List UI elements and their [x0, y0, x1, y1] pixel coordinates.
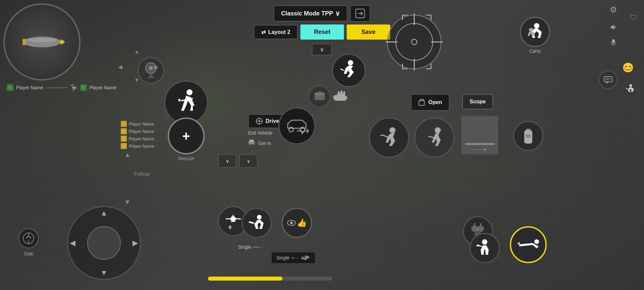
- volume-button[interactable]: [610, 23, 617, 33]
- svg-rect-49: [612, 39, 615, 43]
- mode-label: Classic Mode TPP: [281, 10, 333, 17]
- team-num-2: 2: [121, 128, 127, 134]
- joystick-arrow-down: ▼: [100, 269, 108, 277]
- svg-point-9: [186, 89, 193, 95]
- svg-rect-71: [477, 245, 479, 246]
- pin-right-arrow[interactable]: ▶: [154, 64, 158, 70]
- weapon-bar: [465, 143, 494, 145]
- svg-point-69: [482, 239, 487, 245]
- svg-point-63: [435, 127, 441, 133]
- svg-point-40: [257, 215, 262, 220]
- single-label-row-1: Single ━━→: [238, 244, 263, 250]
- stand-shooter-button[interactable]: [470, 233, 500, 263]
- svg-line-19: [340, 69, 344, 70]
- svg-rect-59: [419, 101, 424, 105]
- player-name-2: Player Name: [90, 85, 117, 90]
- team-player-4: Player Name: [129, 144, 154, 149]
- drive-label: Drive: [266, 118, 279, 124]
- side-icon: [18, 228, 39, 248]
- joystick-arrow-right: ▶: [132, 239, 138, 247]
- svg-line-58: [626, 88, 628, 89]
- shoot-prone-figure-button[interactable]: [414, 117, 454, 158]
- svg-point-3: [27, 38, 57, 42]
- svg-marker-66: [485, 148, 486, 151]
- progress-bar: [208, 277, 332, 281]
- layout-label: Layout 2: [268, 29, 290, 35]
- svg-point-42: [290, 222, 293, 224]
- settings-button[interactable]: ⚙: [610, 5, 617, 14]
- scope-button[interactable]: Scope: [462, 94, 493, 109]
- player-name-1: Player Name: [16, 85, 43, 90]
- pin-left-arrow[interactable]: ◀: [118, 64, 122, 70]
- run-action-button[interactable]: [332, 54, 366, 87]
- svg-text:0: 0: [229, 225, 231, 230]
- joystick-area[interactable]: ◀ ▶ ▲ ▼: [67, 206, 141, 280]
- small-chevron-left[interactable]: ∨: [218, 154, 236, 168]
- joystick-inner[interactable]: [87, 226, 121, 260]
- reset-button[interactable]: Reset: [300, 25, 344, 40]
- single-button[interactable]: [241, 208, 272, 238]
- team-num-1: 1: [121, 121, 127, 127]
- prone-button[interactable]: [510, 226, 547, 263]
- joystick-outer[interactable]: ◀ ▶ ▲ ▼: [67, 206, 141, 280]
- exit-vehicle-label: Exit Vehicle: [248, 130, 272, 136]
- emoji-button[interactable]: 😊: [622, 62, 634, 73]
- team-num-3: 3: [121, 136, 127, 142]
- svg-line-61: [382, 135, 387, 137]
- open-button[interactable]: Open: [411, 94, 449, 111]
- rescue-button[interactable]: + Rescue: [168, 117, 205, 161]
- svg-rect-54: [604, 77, 612, 82]
- run-right-button[interactable]: [625, 84, 634, 96]
- crosshair-aim[interactable]: [382, 10, 446, 74]
- single-label-row-2: Single ━→: [272, 252, 315, 263]
- svg-point-30: [249, 143, 251, 145]
- small-chevron-right[interactable]: ∨: [239, 154, 258, 168]
- pin-up-arrow[interactable]: ▲: [134, 49, 140, 55]
- svg-point-72: [534, 239, 539, 244]
- shoot-standing-button[interactable]: [369, 117, 409, 158]
- joystick-arrow-up: ▲: [100, 209, 108, 218]
- shield-button[interactable]: 🛡: [630, 13, 637, 22]
- layout-swap-icon: ⇄: [261, 29, 266, 35]
- svg-point-2: [22, 39, 26, 45]
- location-pin-button[interactable]: [138, 57, 164, 84]
- side-label: Side: [24, 251, 33, 256]
- svg-rect-22: [318, 92, 321, 94]
- carry-button[interactable]: Carry: [520, 17, 550, 54]
- team-list: 1 Player Name 2 Player Name 3 Player Nam…: [121, 121, 154, 149]
- side-control[interactable]: Side: [18, 228, 39, 256]
- ammo-display: [3, 3, 80, 81]
- layout-button[interactable]: ⇄ Layout 2: [254, 25, 298, 39]
- chevron-controls: ∨ ∨: [218, 154, 258, 168]
- mode-dropdown[interactable]: Classic Mode TPP ∨: [274, 5, 347, 21]
- svg-rect-32: [250, 140, 254, 142]
- carry-circle: [520, 17, 550, 47]
- open-label: Open: [428, 99, 442, 105]
- team-num-4: 4: [121, 143, 127, 149]
- svg-line-64: [428, 136, 434, 138]
- progress-fill: [208, 277, 282, 281]
- team-item-4: 4 Player Name: [121, 143, 154, 149]
- mic-button[interactable]: [610, 39, 617, 48]
- pin-down-arrow[interactable]: ▼: [134, 77, 140, 83]
- chevron-down-icon: ∨: [335, 9, 340, 17]
- mode-selector: Classic Mode TPP ∨ ⇄ Layout 2 Reset Save: [254, 5, 390, 55]
- collapse-icon: ∨: [320, 46, 324, 53]
- team-up-arrow[interactable]: ▲: [124, 151, 131, 159]
- team-item-1: 1 Player Name: [121, 121, 154, 127]
- team-down-arrow[interactable]: ▼: [124, 198, 131, 206]
- svg-point-51: [534, 23, 539, 29]
- rescue-label: Rescue: [178, 156, 194, 161]
- follow-button[interactable]: Follow: [134, 171, 150, 177]
- drive-circle-button[interactable]: [278, 107, 315, 144]
- thumbs-up-icon: 👍: [297, 218, 307, 228]
- collapse-button[interactable]: ∨: [312, 44, 332, 55]
- team-item-2: 2 Player Name: [121, 128, 154, 134]
- chat-button[interactable]: [599, 70, 617, 89]
- weapon-slot-placeholder[interactable]: [461, 116, 498, 154]
- player-badge-1: 🛡: [7, 84, 13, 91]
- backpack-button[interactable]: [513, 121, 543, 151]
- inventory-item-button[interactable]: [309, 86, 330, 107]
- export-button[interactable]: [350, 5, 370, 22]
- thumbs-up-button[interactable]: 👍: [282, 208, 312, 238]
